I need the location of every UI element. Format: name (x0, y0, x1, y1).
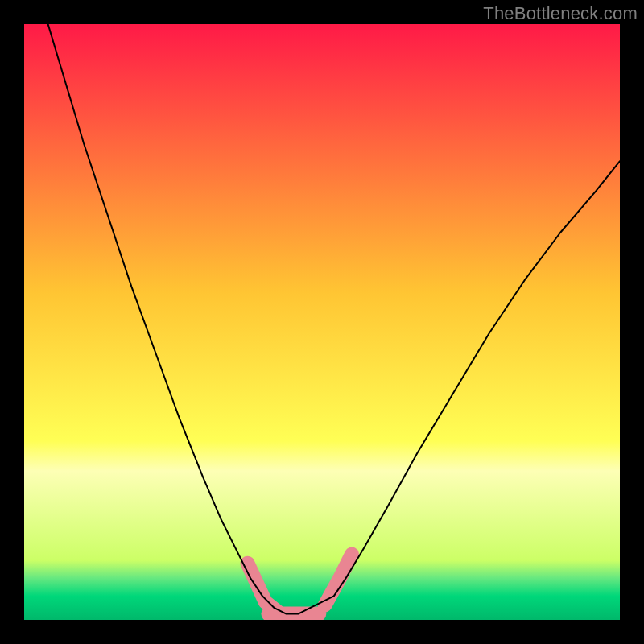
watermark-text: TheBottleneck.com (483, 3, 638, 24)
gradient-background (24, 24, 620, 620)
chart-frame: TheBottleneck.com (0, 0, 644, 644)
chart-svg (24, 24, 620, 620)
plot-area (24, 24, 620, 620)
